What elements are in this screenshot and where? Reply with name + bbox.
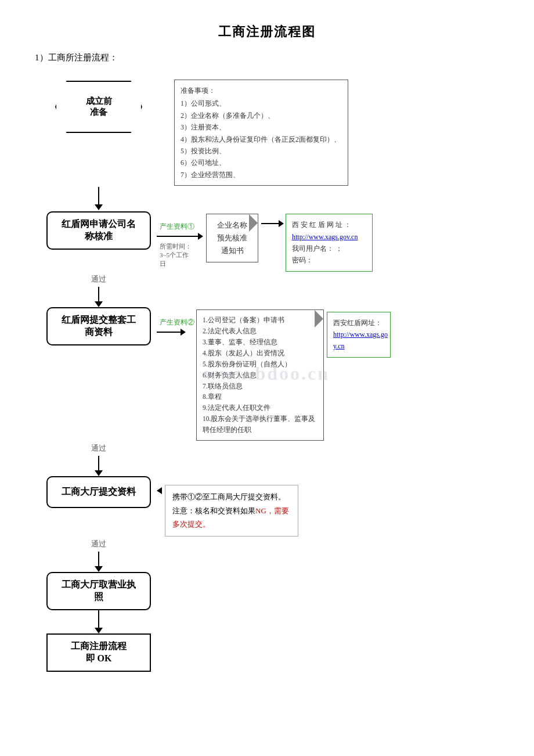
produce1-label: 产生资料① — [160, 222, 194, 232]
prep-item-5: 5）投资比例、 — [181, 145, 342, 157]
ng-text1: 携带①②至工商局大厅提交资料。 — [172, 490, 291, 503]
prep-item-3: 3）注册资本、 — [181, 121, 342, 133]
step2-label: 红盾网提交整套工商资料 — [62, 314, 136, 339]
produce1-doc: 企业名称预先核准通知书 — [206, 214, 258, 262]
step0-label: 成立前准备 — [86, 96, 112, 118]
page-title: 工商注册流程图 — [35, 23, 499, 41]
step3-row: 工商大厅提交资料 携带①②至工商局大厅提交资料。 注意：核名和交资料如果NG，需… — [41, 476, 493, 536]
pass2-label: 通过 — [91, 443, 106, 453]
produce2-label: 产生资料② — [160, 318, 194, 327]
step2-row: 红盾网提交整套工商资料 产生资料② 1.公司登记（备案）申请书 2.法定代表人信… — [41, 307, 493, 441]
prep-item-7: 7）企业经营范围、 — [181, 169, 342, 181]
produce1-doc-label: 企业名称预先核准通知书 — [217, 219, 247, 257]
step1-label: 红盾网申请公司名称核准 — [62, 218, 136, 243]
ng-note: 携带①②至工商局大厅提交资料。 注意：核名和交资料如果NG，需要多次提交。 — [165, 485, 298, 536]
produce2-item-3: 3.董事、监事、经理信息 — [203, 337, 317, 348]
step5-box: 工商注册流程即 OK — [46, 633, 151, 672]
step0-hexagon: 成立前准备 — [55, 81, 142, 133]
xags1-password: 密码： — [292, 254, 366, 266]
xags2-title: 西安红盾网址： — [333, 317, 384, 329]
step4-row: 工商大厅取营业执照 — [41, 572, 493, 610]
ng-text2: 注意：核名和交资料如果 — [172, 506, 255, 515]
produce2-item-6: 6.财务负责人信息 — [203, 370, 317, 381]
step2-box: 红盾网提交整套工商资料 — [46, 307, 151, 345]
produce2-item-10: 10.股东会关于选举执行董事、监事及聘任经理的任职 — [203, 413, 317, 435]
flow-diagram: www.bdoo.cn 成立前准备 准备事项： 1）公司形式、 2）企业名称（多… — [41, 75, 493, 672]
prep-title: 准备事项： — [181, 85, 342, 96]
pass3-label: 通过 — [91, 539, 106, 549]
produce2-item-1: 1.公司登记（备案）申请书 — [203, 315, 317, 326]
subtitle: 1）工商所注册流程： — [35, 52, 499, 63]
prep-item-2: 2）企业名称（多准备几个）、 — [181, 110, 342, 121]
produce2-item-9: 9.法定代表人任职文件 — [203, 402, 317, 413]
step3-box: 工商大厅提交资料 — [46, 476, 151, 508]
xags1-note: 西 安 红 盾 网 址 ： http://www.xags.gov.cn 我司用… — [286, 214, 373, 272]
ng-text2-row: 注意：核名和交资料如果NG，需要多次提交。 — [172, 504, 291, 531]
step4-label: 工商大厅取营业执照 — [62, 579, 136, 603]
prep-item-6: 6）公司地址、 — [181, 157, 342, 168]
step4-box: 工商大厅取营业执照 — [46, 572, 151, 610]
prep-note: 准备事项： 1）公司形式、 2）企业名称（多准备几个）、 3）注册资本、 4）股… — [174, 80, 348, 186]
step3-label: 工商大厅提交资料 — [62, 486, 136, 498]
step1-box: 红盾网申请公司名称核准 — [46, 211, 151, 250]
xags2-note: 西安红盾网址： http://www.xags.goy.cn — [327, 312, 391, 358]
xags1-username: 我司用户名： ； — [292, 243, 366, 254]
xags2-url: http://www.xags.goy.cn — [333, 329, 384, 352]
produce2-item-7: 7.联络员信息 — [203, 381, 317, 392]
produce2-item-2: 2.法定代表人信息 — [203, 326, 317, 337]
step0-row: 成立前准备 准备事项： 1）公司形式、 2）企业名称（多准备几个）、 3）注册资… — [41, 75, 493, 186]
ng-highlight: NG — [255, 506, 266, 515]
xags1-title: 西 安 红 盾 网 址 ： — [292, 219, 366, 231]
produce2-doc: 1.公司登记（备案）申请书 2.法定代表人信息 3.董事、监事、经理信息 4.股… — [196, 309, 324, 441]
prep-item-4: 4）股东和法人身份证复印件（各正反2面都复印）、 — [181, 134, 342, 145]
produce2-item-5: 5.股东份身份证明（自然人） — [203, 359, 317, 370]
step5-label: 工商注册流程即 OK — [71, 640, 127, 665]
produce2-item-4: 4.股东（发起人）出资情况 — [203, 348, 317, 359]
pass1-label: 通过 — [91, 274, 106, 285]
xags1-url: http://www.xags.gov.cn — [292, 231, 366, 243]
produce2-item-8: 8.章程 — [203, 391, 317, 402]
step1-row: 红盾网申请公司名称核准 产生资料① 所需时间：3~5个工作日 企业名称预先核准通… — [41, 211, 493, 272]
prep-item-1: 1）公司形式、 — [181, 98, 342, 109]
step5-row: 工商注册流程即 OK — [41, 633, 493, 672]
